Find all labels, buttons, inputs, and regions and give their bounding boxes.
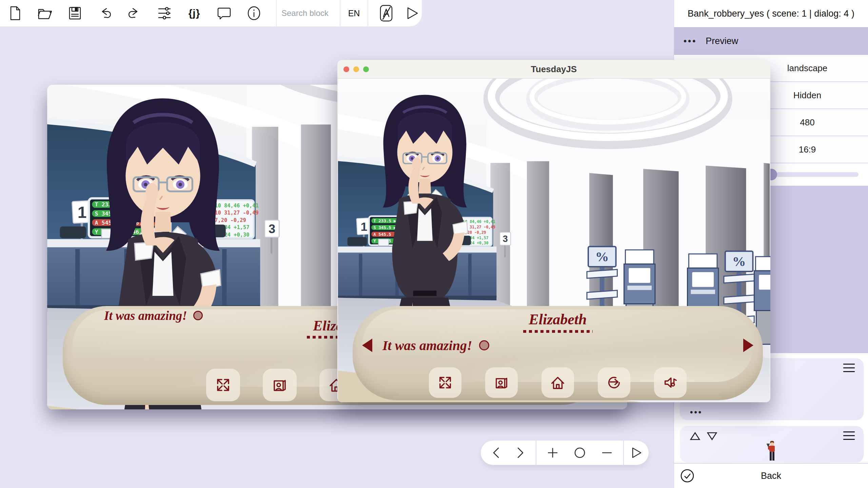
check-circle-icon <box>680 469 694 484</box>
back-button-label: Back <box>674 464 868 488</box>
fullscreen-button[interactable] <box>206 369 240 401</box>
text-style-button[interactable] <box>378 5 394 21</box>
run-button[interactable] <box>404 5 420 21</box>
window-title: TuesdayJS <box>531 64 577 75</box>
preview-section-header[interactable]: ••• Preview <box>674 27 868 55</box>
enter-scene-button[interactable] <box>598 367 630 398</box>
json-code-button[interactable]: {j} <box>186 5 202 21</box>
more-options-icon[interactable]: ••• <box>690 407 703 417</box>
open-project-button[interactable] <box>37 5 53 21</box>
menu-icon[interactable] <box>843 364 855 372</box>
info-button[interactable] <box>246 5 262 21</box>
fullscreen-button[interactable] <box>429 367 461 398</box>
menu-icon[interactable] <box>843 431 855 440</box>
game-viewport: Elizabeth It was amazing! <box>337 79 770 402</box>
main-toolbar: {j} EN <box>0 0 422 26</box>
zoom-window-icon[interactable] <box>363 66 369 72</box>
gallery-button[interactable] <box>263 369 297 401</box>
zoom-reset-button[interactable] <box>573 446 586 459</box>
name-underline <box>523 330 593 333</box>
move-up-icon[interactable] <box>689 431 701 441</box>
slider-track[interactable] <box>776 172 859 177</box>
close-window-icon[interactable] <box>343 66 349 72</box>
tuesdayjs-preview-window[interactable]: TuesdayJS Elizabeth It was amazing! <box>337 60 770 402</box>
zoom-out-button[interactable] <box>601 447 613 459</box>
minimize-window-icon[interactable] <box>353 66 359 72</box>
undo-button[interactable] <box>97 5 113 21</box>
zoom-in-button[interactable] <box>547 447 558 459</box>
more-options-icon[interactable]: ••• <box>684 36 697 46</box>
previous-dialog-button[interactable] <box>492 447 500 459</box>
new-file-button[interactable] <box>7 5 23 21</box>
dialog-text: It was amazing! <box>104 308 187 323</box>
dialog-box: Elizabeth It was amazing! <box>353 306 763 400</box>
redo-button[interactable] <box>127 5 142 21</box>
choice-dot-icon[interactable] <box>479 340 489 350</box>
choice-dot-icon[interactable] <box>193 311 203 320</box>
navigation-controls <box>481 441 649 465</box>
back-button[interactable]: Back <box>674 463 868 488</box>
home-button[interactable] <box>541 367 574 398</box>
play-preview-button[interactable] <box>630 446 643 459</box>
search-block-input[interactable] <box>277 0 340 26</box>
move-down-icon[interactable] <box>706 431 718 441</box>
preview-label: Preview <box>706 36 738 46</box>
settings-sliders-icon[interactable] <box>157 5 172 21</box>
comment-button[interactable] <box>216 5 232 21</box>
editor-canvas: Bank_robbery_yes ( scene: 1 | dialog: 4 … <box>0 0 868 488</box>
character-layer-card <box>680 426 864 463</box>
dialog-text: It was amazing! <box>382 338 472 353</box>
next-dialog-button[interactable] <box>516 447 525 459</box>
volume-button[interactable] <box>654 367 687 398</box>
scene-breadcrumb: Bank_robbery_yes ( scene: 1 | dialog: 4 … <box>674 0 868 27</box>
speaker-name: Elizabeth <box>529 311 587 328</box>
window-titlebar[interactable]: TuesdayJS <box>337 60 770 79</box>
language-button[interactable]: EN <box>340 8 368 18</box>
character-thumbnail-robber[interactable] <box>766 441 777 462</box>
save-button[interactable] <box>67 5 83 21</box>
next-dialog-arrow[interactable] <box>743 339 753 352</box>
previous-dialog-arrow[interactable] <box>362 339 372 352</box>
gallery-button[interactable] <box>485 367 518 398</box>
